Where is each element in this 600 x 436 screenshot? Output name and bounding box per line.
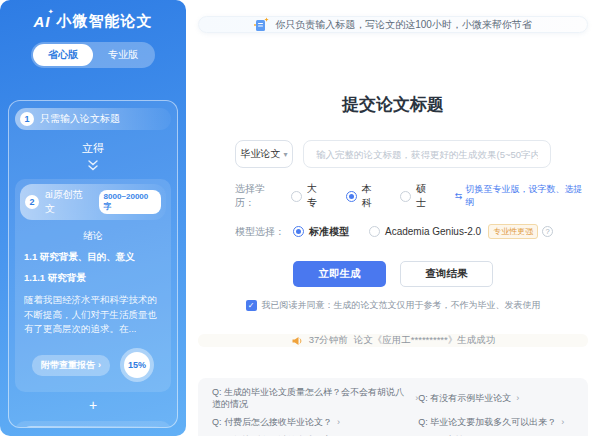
steps-panel: 1 只需输入论文标题 立得 2 ai原创范文 8000~20000字 绪论 1.… bbox=[8, 100, 178, 428]
agreement-checkbox[interactable] bbox=[246, 300, 257, 311]
radio-degree-bachelor[interactable]: 本科 bbox=[346, 182, 381, 210]
degree-row: 选择学历： 大专 本科 硕士 ⇆ 切换至专业版，设字数、选提纲 bbox=[235, 182, 588, 210]
radio-checked-icon bbox=[293, 226, 304, 237]
arrow-right-icon: › bbox=[561, 416, 564, 428]
radio-degree-master[interactable]: 硕士 bbox=[400, 182, 435, 210]
switch-to-pro-link[interactable]: ⇆ 切换至专业版，设字数、选提纲 bbox=[455, 183, 586, 209]
notice-message: 论文《应用工**********》生成成功 bbox=[354, 334, 495, 347]
radio-degree-college[interactable]: 大专 bbox=[291, 182, 326, 210]
edition-tabs: 省心版 专业版 bbox=[31, 42, 155, 68]
sample-outline-1: 1.1 研究背景、目的、意义 bbox=[24, 251, 162, 264]
sample-outline-2: 1.1.1 研究背景 bbox=[24, 272, 162, 285]
app-logo: AI✦ 小微智能论文 bbox=[8, 12, 178, 31]
radio-model-genius[interactable]: Academia Genius-2.0 专业性更强 bbox=[369, 224, 538, 239]
sample-paragraph: 随着我国经济水平和科学技术的不断提高，人们对于生活质量也有了更高层次的追求。在.… bbox=[24, 293, 162, 337]
tab-pro-edition[interactable]: 专业版 bbox=[93, 44, 153, 66]
page-title: 提交论文标题 bbox=[198, 93, 588, 116]
notice-time: 37分钟前 bbox=[309, 334, 348, 347]
main-panel: 你只负责输入标题，写论文的这100小时，小微来帮你节省 提交论文标题 毕业论文 … bbox=[186, 0, 600, 436]
query-result-button[interactable]: 查询结果 bbox=[400, 261, 493, 287]
sample-section-title: 绪论 bbox=[20, 229, 166, 243]
sparkle-icon: ✦ bbox=[48, 8, 55, 16]
ai-logo-icon: AI✦ bbox=[34, 13, 51, 30]
paper-type-select[interactable]: 毕业论文 ▾ bbox=[235, 140, 293, 168]
generate-button[interactable]: 立即生成 bbox=[293, 261, 386, 287]
banner-text: 你只负责输入标题，写论文的这100小时，小微来帮你节省 bbox=[275, 18, 532, 32]
similarity-ring: 15% bbox=[120, 348, 154, 382]
top-banner: 你只负责输入标题，写论文的这100小时，小微来帮你节省 bbox=[198, 16, 588, 33]
chevron-down-icon: ▾ bbox=[283, 150, 287, 159]
faq-link-sample[interactable]: Q: 有没有示例毕业论文› bbox=[418, 386, 574, 410]
word-count-badge: 8000~20000字 bbox=[99, 190, 161, 214]
similarity-percent: 15% bbox=[124, 352, 150, 378]
similarity-report-button[interactable]: 附带查重报告› bbox=[32, 355, 110, 376]
faq-panel: Q: 生成的毕业论文质量怎么样？会不会有胡说八道的情况› Q: 有没有示例毕业论… bbox=[198, 378, 588, 436]
step2-header: 2 ai原创范文 8000~20000字 bbox=[20, 184, 166, 220]
agreement-row: 我已阅读并同意：生成的论文范文仅用于参考，不作为毕业、发表使用 bbox=[198, 299, 588, 312]
document-sparkle-icon bbox=[254, 17, 269, 32]
arrow-right-icon: › bbox=[516, 392, 519, 404]
degree-label: 选择学历： bbox=[235, 182, 283, 210]
title-form-row: 毕业论文 ▾ bbox=[235, 140, 551, 168]
step3-card: 3 思路补充 期刊文献 x30 图片表格 x40 写作思路 x3 致谢模板 bbox=[15, 421, 171, 428]
agreement-text: 我已阅读并同意：生成的论文范文仅用于参考，不作为毕业、发表使用 bbox=[262, 299, 541, 312]
step2-number: 2 bbox=[25, 195, 39, 209]
step1-label: 只需输入论文标题 bbox=[40, 112, 120, 126]
model-label: 模型选择： bbox=[235, 225, 285, 239]
tab-basic-edition[interactable]: 省心版 bbox=[33, 44, 93, 66]
radio-icon bbox=[369, 226, 380, 237]
step2-card: 2 ai原创范文 8000~20000字 绪论 1.1 研究背景、目的、意义 1… bbox=[15, 179, 171, 392]
report-row: 附带查重报告› 15% bbox=[20, 348, 166, 382]
radio-model-standard[interactable]: 标准模型 bbox=[293, 225, 349, 239]
radio-icon bbox=[400, 191, 411, 202]
step3-header: 3 思路补充 bbox=[20, 426, 166, 428]
paper-title-input[interactable] bbox=[303, 140, 551, 168]
app-title: 小微智能论文 bbox=[57, 12, 153, 31]
plus-icon: + bbox=[15, 397, 171, 413]
arrow-right-icon: › bbox=[98, 360, 101, 370]
instant-text: 立得 bbox=[15, 141, 171, 156]
step1-header: 1 只需输入论文标题 bbox=[15, 108, 171, 130]
megaphone-icon bbox=[291, 335, 303, 347]
arrow-right-icon: › bbox=[337, 416, 340, 428]
double-chevron-down-icon bbox=[86, 160, 100, 171]
faq-link-quality[interactable]: Q: 生成的毕业论文质量怎么样？会不会有胡说八道的情况› bbox=[212, 386, 418, 410]
faq-link-receive[interactable]: Q: 付费后怎么接收毕业论文？› bbox=[212, 416, 418, 428]
question-circle-icon[interactable]: ? bbox=[542, 226, 553, 237]
pro-quality-badge: 专业性更强 bbox=[488, 224, 538, 239]
model-row: 模型选择： 标准模型 Academia Genius-2.0 专业性更强 ? bbox=[235, 224, 588, 239]
sidebar: AI✦ 小微智能论文 省心版 专业版 1 只需输入论文标题 立得 2 ai原创范… bbox=[0, 0, 186, 436]
faq-link-loading-time[interactable]: Q: 毕业论文要加载多久可以出来？› bbox=[418, 416, 574, 428]
notice-bar: 37分钟前 论文《应用工**********》生成成功 bbox=[198, 334, 588, 347]
radio-checked-icon bbox=[346, 191, 357, 202]
step1-number: 1 bbox=[20, 112, 34, 126]
action-buttons: 立即生成 查询结果 bbox=[198, 261, 588, 287]
step2-label: ai原创范文 bbox=[45, 188, 93, 216]
radio-icon bbox=[291, 191, 302, 202]
swap-icon: ⇆ bbox=[455, 191, 463, 201]
